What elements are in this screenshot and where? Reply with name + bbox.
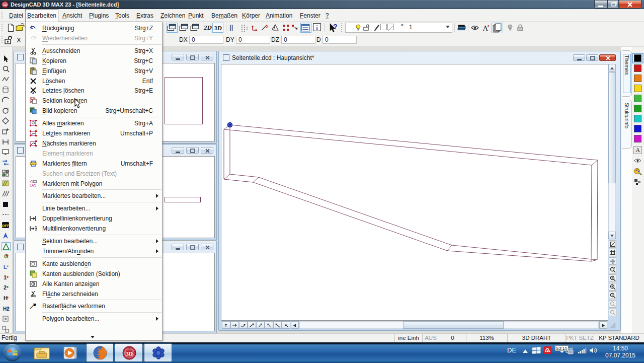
svg-text:G: G [4,253,9,259]
svg-text:i: i [316,24,318,31]
svg-text:1: 1 [4,274,7,280]
svg-text:3D: 3D [126,350,133,356]
svg-text:2: 2 [4,284,7,291]
svg-text:L: L [4,264,7,270]
svg-text:OFF: OFF [2,224,10,228]
svg-text:A: A [483,24,489,32]
svg-text:3D: 3D [3,3,8,7]
svg-text:H: H [4,295,8,301]
